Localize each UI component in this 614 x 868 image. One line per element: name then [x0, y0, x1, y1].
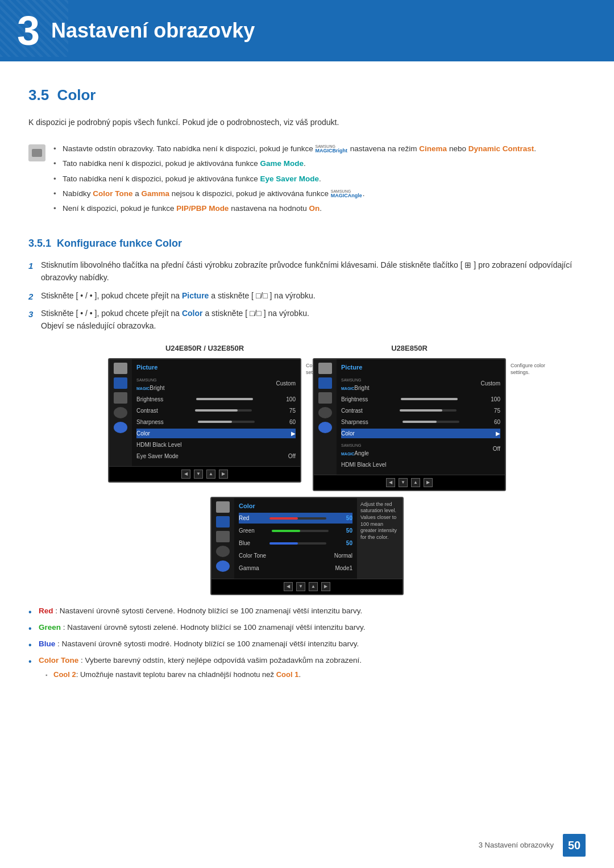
- chapter-header: 3 Nastavení obrazovky: [0, 0, 614, 61]
- c-nav-btn-right[interactable]: ▶: [321, 582, 330, 591]
- sidebar-icon-2: [114, 377, 127, 389]
- note-item-4: Nabídky Color Tone a Gamma nejsou k disp…: [53, 188, 536, 200]
- color-tone-subitems: Cool 2: Umožňuje nastavit teplotu barev …: [45, 669, 586, 680]
- r-brightness-bar: [401, 398, 458, 400]
- color-aside: Adjust the red saturation level. Values …: [357, 498, 403, 579]
- r-nav-btn-left[interactable]: ◀: [386, 478, 395, 487]
- footer-chapter-label: 3 Nastavení obrazovky: [479, 840, 554, 851]
- osd-row-eyesaver: Eye Saver Mode Off: [136, 451, 296, 461]
- green-bar: [272, 530, 329, 532]
- note-item-5: Není k dispozici, pokud je funkce PIP/PB…: [53, 203, 536, 214]
- configure-label-right: Configure colorsettings.: [511, 363, 556, 376]
- note-item-2: Tato nabídka není k dispozici, pokud je …: [53, 158, 536, 169]
- osd-row-brightness: Brightness 100: [136, 394, 296, 404]
- r-nav-btn-up[interactable]: ▲: [411, 478, 420, 487]
- samsung-magic-bright-badge: SAMSUNGMAGICBright: [316, 144, 348, 153]
- c-nav-btn-down[interactable]: ▼: [296, 582, 305, 591]
- osd-right-nav: ◀ ▼ ▲ ▶: [314, 475, 505, 490]
- sidebar-icon-4: [114, 407, 127, 418]
- desc-red: Red : Nastavení úrovně sytosti červené. …: [28, 605, 586, 617]
- osd-row-sharpness: Sharpness 60: [136, 417, 296, 427]
- sidebar-icon-r5: [318, 422, 332, 433]
- section-title: 3.5 Color: [28, 78, 586, 106]
- monitor-left-label: U24E850R / U32E850R: [165, 343, 244, 354]
- notes-block: Nastavte odstín obrazovky. Tato nabídka …: [28, 139, 586, 222]
- monitor-left-col: U24E850R / U32E850R Configure colorsetti…: [108, 343, 301, 483]
- r-contrast-bar: [400, 409, 457, 412]
- color-nav: ◀ ▼ ▲ ▶: [211, 579, 403, 594]
- color-sidebar: [211, 498, 234, 579]
- samsung-magic-angle-badge: SAMSUNGMAGICAngle: [331, 189, 362, 198]
- note-item-1: Nastavte odstín obrazovky. Tato nabídka …: [53, 143, 536, 155]
- osd-right-content: Picture SAMSUNGMAGICBright Custom Bright…: [337, 359, 505, 475]
- osd-r-row-contrast: Contrast 75: [341, 406, 500, 416]
- page-footer: 3 Nastavení obrazovky 50: [479, 834, 586, 857]
- sharpness-bar: [198, 421, 255, 423]
- footer-page-number: 50: [563, 834, 586, 857]
- sidebar-icon-1: [114, 363, 127, 374]
- r-nav-btn-right[interactable]: ▶: [424, 478, 433, 487]
- step-3: 3 Stiskněte [ • / • ], pokud chcete přej…: [28, 308, 586, 332]
- sidebar-icon-r4: [318, 407, 332, 418]
- osd-r-row-bright: SAMSUNGMAGICBright Custom: [341, 375, 500, 393]
- color-menu-title: Color: [239, 501, 352, 511]
- section-name: Color: [57, 86, 96, 103]
- monitor-left-osd: Configure colorsettings. Picture SAMS: [108, 358, 301, 483]
- note-item-3: Tato nabídka není k dispozici, pokud je …: [53, 173, 536, 185]
- osd-r-row-angle: SAMSUNGMAGICAngle Off: [341, 440, 500, 458]
- monitor-right-label: U28E850R: [391, 343, 428, 354]
- c-sidebar-icon-4: [216, 546, 230, 557]
- brightness-bar: [196, 398, 253, 400]
- step-1: 1 Stisknutím libovolného tlačítka na pře…: [28, 259, 586, 284]
- osd-left-nav: ◀ ▼ ▲ ▶: [109, 466, 300, 481]
- sidebar-icon-r3: [318, 392, 332, 404]
- osd-r-row-hdmi: HDMI Black Level: [341, 460, 500, 470]
- c-nav-btn-left[interactable]: ◀: [284, 582, 293, 591]
- nav-btn-right[interactable]: ▶: [219, 470, 228, 479]
- c-nav-btn-up[interactable]: ▲: [309, 582, 318, 591]
- nav-btn-left[interactable]: ◀: [181, 470, 190, 479]
- osd-r-row-color: Color ▶: [341, 429, 500, 438]
- osd-left-sidebar: [109, 359, 132, 466]
- sidebar-icon-r1: [318, 363, 332, 374]
- desc-cool2: Cool 2: Umožňuje nastavit teplotu barev …: [45, 669, 586, 680]
- c-sidebar-icon-1: [216, 501, 230, 513]
- color-row-gamma: Gamma Mode1: [239, 563, 352, 574]
- red-bar: [269, 517, 326, 520]
- r-sharpness-bar: [403, 421, 459, 423]
- step-2: 2 Stiskněte [ • / • ], pokud chcete přej…: [28, 290, 586, 302]
- blue-bar: [269, 542, 326, 545]
- sidebar-icon-3: [114, 392, 127, 404]
- c-sidebar-icon-2: [216, 516, 230, 528]
- description-list: Red : Nastavení úrovně sytosti červené. …: [28, 605, 586, 680]
- sidebar-icon-5: [114, 422, 127, 433]
- steps-list: 1 Stisknutím libovolného tlačítka na pře…: [28, 259, 586, 332]
- color-row-green: Green 50: [239, 525, 352, 536]
- color-content: Color Red 50 Green: [234, 498, 357, 579]
- color-submenu-wrapper: Color Red 50 Green: [210, 497, 404, 596]
- osd-row-bright: SAMSUNGMAGICBright Custom: [136, 375, 296, 393]
- c-sidebar-icon-5: [216, 560, 230, 572]
- subsection-title: 3.5.1 Konfigurace funkce Color: [28, 236, 586, 251]
- r-nav-btn-down[interactable]: ▼: [399, 478, 408, 487]
- sidebar-icon-r2: [318, 377, 332, 389]
- desc-blue: Blue : Nastavení úrovně sytosti modré. H…: [28, 638, 586, 650]
- osd-row-contrast: Contrast 75: [136, 406, 296, 416]
- c-sidebar-icon-3: [216, 531, 230, 542]
- osd-left-title: Picture: [136, 363, 296, 372]
- nav-btn-up[interactable]: ▲: [206, 470, 215, 479]
- monitor-right-col: U28E850R Configure colorsettings. Pictur…: [313, 343, 506, 491]
- osd-left-content: Picture SAMSUNGMAGICBright Custom Bright…: [132, 359, 300, 466]
- osd-row-color: Color ▶: [136, 429, 296, 438]
- osd-row-hdmi: HDMI Black Level: [136, 440, 296, 450]
- monitor-right-osd: Configure colorsettings. Picture SAMS: [313, 358, 506, 491]
- notes-list: Nastavte odstín obrazovky. Tato nabídka …: [53, 143, 536, 218]
- desc-color-tone: Color Tone : Vyberte barevný odstín, kte…: [28, 655, 586, 680]
- osd-r-row-brightness: Brightness 100: [341, 394, 500, 404]
- osd-right-title: Picture: [341, 363, 500, 372]
- color-row-blue: Blue 50: [239, 538, 352, 549]
- intro-text: K dispozici je podrobný popis všech funk…: [28, 117, 586, 128]
- nav-btn-down[interactable]: ▼: [194, 470, 203, 479]
- color-row-tone: Color Tone Normal: [239, 550, 352, 561]
- contrast-bar: [195, 409, 252, 412]
